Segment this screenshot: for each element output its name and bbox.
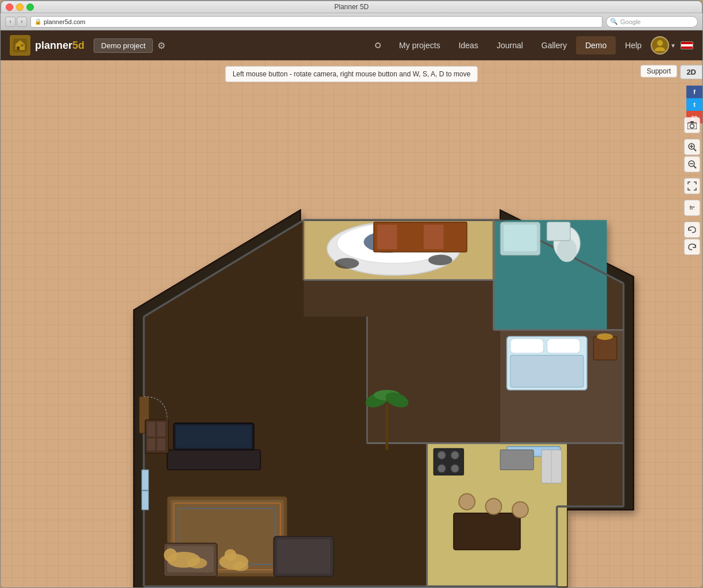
right-toolbar: ft² [682, 115, 702, 257]
svg-rect-51 [547, 222, 570, 241]
svg-point-67 [459, 494, 475, 510]
zoom-in-button[interactable] [684, 139, 700, 155]
svg-rect-45 [424, 225, 444, 249]
status-dot [375, 42, 381, 48]
svg-point-80 [187, 558, 207, 568]
app-navbar: planner5d Demo project ⚙ My projects Ide… [1, 30, 702, 60]
svg-rect-55 [510, 355, 584, 388]
svg-rect-60 [454, 513, 520, 550]
svg-point-41 [428, 255, 453, 266]
svg-rect-48 [504, 225, 537, 251]
svg-line-13 [694, 166, 696, 168]
units-button[interactable]: ft² [684, 200, 700, 216]
nav-my-projects[interactable]: My projects [390, 36, 450, 55]
svg-rect-53 [510, 339, 543, 354]
address-bar: ‹ › 🔒 planner5d.com 🔍 Google [1, 13, 702, 30]
svg-rect-86 [167, 450, 260, 470]
floorplan-svg [18, 123, 650, 587]
search-bar[interactable]: 🔍 Google [606, 16, 698, 28]
camera-tooltip: Left mouse button - rotate camera, right… [225, 66, 478, 82]
nav-demo[interactable]: Demo [576, 36, 616, 55]
project-name[interactable]: Demo project [94, 38, 153, 53]
maximize-button[interactable] [26, 3, 34, 11]
window-title: Planner 5D [334, 3, 369, 11]
logo-icon [10, 35, 30, 56]
svg-rect-107 [147, 439, 155, 451]
language-flag[interactable] [681, 41, 693, 49]
search-icon: 🔍 [610, 18, 618, 25]
svg-point-83 [233, 562, 249, 571]
window-buttons [6, 3, 34, 11]
logo-text: planner5d [35, 40, 84, 52]
svg-rect-6 [690, 121, 694, 123]
main-content[interactable]: Left mouse button - rotate camera, right… [1, 60, 702, 587]
svg-point-82 [225, 549, 237, 561]
svg-rect-46 [447, 225, 463, 249]
minimize-button[interactable] [16, 3, 24, 11]
svg-rect-88 [176, 425, 252, 447]
svg-rect-66 [500, 450, 534, 470]
svg-point-57 [597, 333, 613, 340]
svg-line-10 [694, 149, 696, 151]
nav-help[interactable]: Help [616, 36, 651, 55]
svg-rect-43 [377, 225, 397, 249]
svg-rect-1 [17, 47, 20, 50]
user-dropdown-arrow[interactable]: ▼ [670, 42, 676, 49]
svg-rect-54 [547, 339, 580, 354]
secure-icon: 🔒 [34, 18, 41, 25]
svg-rect-44 [400, 225, 420, 249]
svg-rect-85 [277, 539, 330, 574]
svg-point-5 [690, 124, 694, 128]
back-button[interactable]: ‹ [5, 17, 16, 27]
svg-point-65 [451, 465, 459, 473]
nav-gallery[interactable]: Gallery [532, 36, 576, 55]
svg-rect-56 [593, 336, 617, 360]
nav-journal[interactable]: Journal [488, 36, 532, 55]
svg-rect-105 [147, 422, 155, 437]
nav-links: My projects Ideas Journal Gallery Demo H… [390, 36, 651, 55]
user-avatar[interactable] [651, 36, 669, 55]
svg-rect-2 [21, 44, 24, 47]
svg-point-69 [512, 502, 528, 518]
svg-rect-106 [157, 422, 165, 437]
support-button[interactable]: Support [640, 65, 677, 78]
svg-rect-103 [142, 490, 149, 491]
svg-point-40 [335, 258, 359, 269]
logo-5d: 5d [72, 40, 84, 51]
fullscreen-button[interactable] [684, 178, 700, 194]
close-button[interactable] [6, 3, 13, 11]
view-2d-button[interactable]: 2D [680, 65, 702, 79]
zoom-out-button[interactable] [684, 156, 700, 172]
svg-point-63 [451, 451, 459, 459]
svg-rect-108 [157, 439, 165, 451]
svg-rect-61 [434, 448, 463, 475]
svg-point-50 [557, 238, 577, 262]
svg-point-3 [657, 40, 663, 46]
url-bar[interactable]: 🔒 planner5d.com [30, 16, 602, 28]
nav-ideas[interactable]: Ideas [449, 36, 487, 55]
camera-button[interactable] [684, 117, 700, 133]
title-bar: Planner 5D [1, 1, 702, 13]
svg-point-79 [164, 548, 177, 562]
logo-area: planner5d [10, 35, 84, 56]
redo-button[interactable] [684, 239, 700, 255]
settings-icon[interactable]: ⚙ [157, 40, 165, 51]
floorplan-container[interactable] [18, 123, 650, 587]
facebook-button[interactable]: f [686, 86, 702, 98]
twitter-button[interactable]: t [686, 98, 702, 111]
app-window: Planner 5D ‹ › 🔒 planner5d.com 🔍 Google [0, 0, 703, 588]
undo-button[interactable] [684, 222, 700, 238]
search-placeholder: Google [620, 18, 640, 25]
nav-buttons: ‹ › [5, 17, 27, 27]
svg-point-64 [438, 465, 446, 473]
forward-button[interactable]: › [17, 17, 27, 27]
svg-point-62 [438, 451, 446, 459]
svg-point-68 [485, 498, 501, 514]
url-text: planner5d.com [44, 18, 86, 25]
